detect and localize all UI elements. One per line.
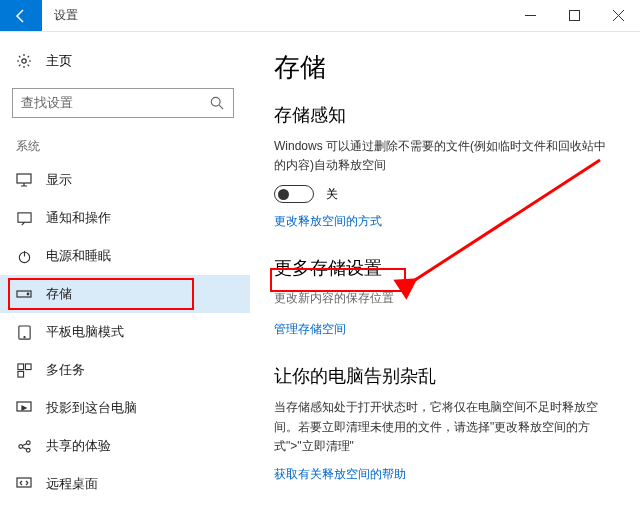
nav-label: 远程桌面 xyxy=(46,475,98,493)
nav-label: 存储 xyxy=(46,285,72,303)
storage-sense-toggle-label: 关 xyxy=(326,186,338,203)
nav-label: 显示 xyxy=(46,171,72,189)
nav-label: 投影到这台电脑 xyxy=(46,399,137,417)
svg-rect-17 xyxy=(17,478,31,487)
storage-sense-toggle[interactable] xyxy=(274,185,314,203)
svg-point-2 xyxy=(211,97,220,106)
maximize-button[interactable] xyxy=(552,0,596,31)
close-button[interactable] xyxy=(596,0,640,31)
change-save-location-link[interactable]: 更改新内容的保存位置 xyxy=(274,290,616,307)
display-icon xyxy=(16,172,32,188)
svg-point-7 xyxy=(27,293,29,295)
share-icon xyxy=(16,438,32,454)
sidebar-item-power[interactable]: 电源和睡眠 xyxy=(0,237,250,275)
svg-rect-0 xyxy=(569,11,579,21)
minimize-button[interactable] xyxy=(508,0,552,31)
sidebar-home[interactable]: 主页 xyxy=(0,44,250,78)
storage-sense-heading: 存储感知 xyxy=(274,103,616,127)
more-storage-heading: 更多存储设置 xyxy=(274,256,616,280)
nav-label: 通知和操作 xyxy=(46,209,111,227)
sidebar-section-label: 系统 xyxy=(0,132,250,161)
cleanup-help-link[interactable]: 获取有关释放空间的帮助 xyxy=(274,466,616,483)
svg-rect-10 xyxy=(17,363,23,369)
remote-icon xyxy=(16,476,32,492)
nav-label: 平板电脑模式 xyxy=(46,323,124,341)
svg-point-16 xyxy=(26,448,30,452)
nav-label: 多任务 xyxy=(46,361,85,379)
multitask-icon xyxy=(16,362,32,378)
sidebar-item-display[interactable]: 显示 xyxy=(0,161,250,199)
page-title: 存储 xyxy=(274,50,616,85)
sidebar-item-multitask[interactable]: 多任务 xyxy=(0,351,250,389)
notification-icon xyxy=(16,210,32,226)
svg-rect-11 xyxy=(25,363,31,369)
cleanup-heading: 让你的电脑告别杂乱 xyxy=(274,364,616,388)
sidebar-item-project[interactable]: 投影到这台电脑 xyxy=(0,389,250,427)
search-input[interactable]: 查找设置 xyxy=(12,88,234,118)
back-button[interactable] xyxy=(0,0,42,31)
cleanup-desc: 当存储感知处于打开状态时，它将仅在电脑空间不足时释放空间。若要立即清理未使用的文… xyxy=(274,398,616,456)
tablet-icon xyxy=(16,324,32,340)
svg-rect-3 xyxy=(17,174,31,183)
main-content: 存储 存储感知 Windows 可以通过删除不需要的文件(例如临时文件和回收站中… xyxy=(250,32,640,505)
svg-rect-4 xyxy=(17,212,30,221)
storage-sense-desc: Windows 可以通过删除不需要的文件(例如临时文件和回收站中的内容)自动释放… xyxy=(274,137,616,175)
power-icon xyxy=(16,248,32,264)
sidebar-item-tablet[interactable]: 平板电脑模式 xyxy=(0,313,250,351)
sidebar-item-storage[interactable]: 存储 xyxy=(0,275,250,313)
svg-point-1 xyxy=(22,59,26,63)
sidebar-item-shared[interactable]: 共享的体验 xyxy=(0,427,250,465)
sidebar-home-label: 主页 xyxy=(46,52,72,70)
search-icon xyxy=(209,95,225,111)
svg-point-14 xyxy=(18,444,22,448)
sidebar-item-notifications[interactable]: 通知和操作 xyxy=(0,199,250,237)
window-title: 设置 xyxy=(42,0,508,31)
storage-icon xyxy=(16,286,32,302)
change-free-space-link[interactable]: 更改释放空间的方式 xyxy=(274,213,616,230)
svg-point-15 xyxy=(26,440,30,444)
nav-label: 电源和睡眠 xyxy=(46,247,111,265)
search-placeholder: 查找设置 xyxy=(21,94,73,112)
gear-icon xyxy=(16,53,32,69)
nav-label: 共享的体验 xyxy=(46,437,111,455)
sidebar-item-remote[interactable]: 远程桌面 xyxy=(0,465,250,503)
svg-point-9 xyxy=(23,336,24,337)
sidebar: 主页 查找设置 系统 显示 通知和操作 电源和睡眠 存储 xyxy=(0,32,250,505)
manage-storage-link[interactable]: 管理存储空间 xyxy=(274,321,616,338)
svg-rect-12 xyxy=(17,371,23,377)
project-icon xyxy=(16,400,32,416)
